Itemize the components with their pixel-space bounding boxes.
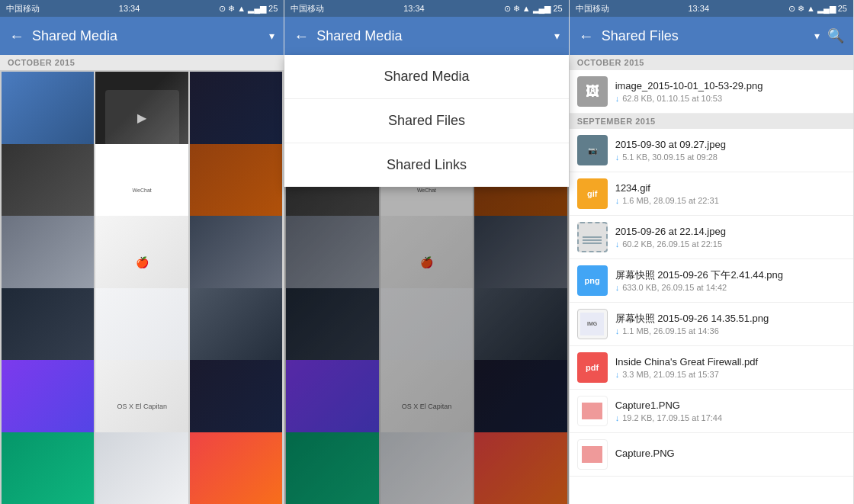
file-icon — [577, 222, 608, 252]
file-icon: 🖼 — [577, 76, 608, 107]
time-2: 13:34 — [403, 4, 425, 13]
file-icon — [577, 396, 608, 426]
file-info: Inside China's Great Firewall.pdf↓ 3.3 M… — [615, 356, 846, 380]
dropdown-item-shared-links[interactable]: Shared Links — [284, 143, 568, 187]
header-title-3: Shared Files — [602, 28, 807, 44]
header-title-1: Shared Media — [32, 28, 262, 44]
status-bar-3: 中国移动 13:34 ⊙ ❄ ▲ ▂▄▆ 25 — [570, 0, 853, 17]
file-meta: ↓ 1.6 MB, 28.09.15 at 22:31 — [615, 196, 846, 205]
status-icons-2: ⊙ ❄ ▲ ▂▄▆ 25 — [504, 4, 563, 14]
file-name: Capture1.PNG — [615, 400, 846, 413]
header-3: ← Shared Files ▾ 🔍 — [570, 17, 853, 55]
file-name: 2015-09-30 at 09.27.jpeg — [615, 139, 846, 152]
file-item[interactable]: pdfInside China's Great Firewall.pdf↓ 3.… — [570, 346, 853, 390]
header-title-2: Shared Media — [316, 28, 546, 44]
status-bar-1: 中国移动 13:34 ⊙ ❄ ▲ ▂▄▆ 25 — [0, 0, 284, 17]
dropdown-arrow-2[interactable]: ▾ — [554, 30, 560, 42]
carrier-1: 中国移动 — [6, 3, 40, 14]
dropdown-item-shared-files[interactable]: Shared Files — [284, 99, 568, 143]
file-icon: pdf — [577, 352, 608, 383]
download-arrow-icon: ↓ — [615, 196, 620, 205]
carrier-3: 中国移动 — [576, 3, 609, 14]
file-info: Capture1.PNG↓ 19.2 KB, 17.09.15 at 17:44 — [615, 400, 846, 423]
file-item[interactable]: gif1234.gif↓ 1.6 MB, 28.09.15 at 22:31 — [570, 172, 853, 216]
status-icons-1: ⊙ ❄ ▲ ▂▄▆ 25 — [219, 4, 278, 14]
header-1: ← Shared Media ▾ — [0, 17, 284, 55]
file-meta: ↓ 1.1 MB, 26.09.15 at 14:36 — [615, 326, 846, 335]
media-cell[interactable] — [2, 432, 94, 505]
file-item[interactable]: 🖼image_2015-10-01_10-53-29.png↓ 62.8 KB,… — [570, 70, 853, 114]
time-3: 13:34 — [688, 4, 709, 13]
file-info: 1234.gif↓ 1.6 MB, 28.09.15 at 22:31 — [615, 182, 846, 206]
file-name: image_2015-10-01_10-53-29.png — [615, 80, 846, 93]
dropdown-arrow-3[interactable]: ▾ — [814, 30, 820, 42]
file-info: image_2015-10-01_10-53-29.png↓ 62.8 KB, … — [615, 80, 846, 104]
file-icon: 📷 — [577, 135, 608, 165]
download-arrow-icon: ↓ — [615, 152, 620, 162]
file-item[interactable]: Capture1.PNG↓ 19.2 KB, 17.09.15 at 17:44 — [570, 390, 853, 433]
download-arrow-icon: ↓ — [615, 283, 620, 292]
file-item[interactable]: png屏幕快照 2015-09-26 下午2.41.44.png↓ 633.0 … — [570, 259, 853, 303]
search-icon-header-3[interactable]: 🔍 — [827, 27, 844, 44]
file-meta: ↓ 633.0 KB, 26.09.15 at 14:42 — [615, 283, 846, 292]
file-icon: png — [577, 265, 608, 296]
download-arrow-icon: ↓ — [615, 326, 620, 335]
section-label-oct-1: OCTOBER 2015 — [0, 55, 284, 70]
panel-shared-files: 中国移动 13:34 ⊙ ❄ ▲ ▂▄▆ 25 ← Shared Files ▾… — [570, 0, 854, 504]
section-label: SEPTEMBER 2015 — [570, 114, 853, 129]
back-button-2[interactable]: ← — [294, 27, 309, 45]
header-2: ← Shared Media ▾ — [284, 17, 568, 55]
time-1: 13:34 — [119, 4, 140, 13]
file-name: 2015-09-26 at 22.14.jpeg — [615, 226, 846, 239]
download-arrow-icon: ↓ — [615, 94, 620, 103]
media-cell[interactable] — [190, 432, 282, 505]
download-arrow-icon: ↓ — [615, 239, 620, 249]
file-meta: ↓ 62.8 KB, 01.10.15 at 10:53 — [615, 94, 846, 103]
media-cell[interactable] — [95, 432, 188, 505]
file-info: Capture.PNG — [615, 448, 846, 462]
file-item[interactable]: Capture.PNG — [570, 433, 853, 477]
panel-shared-media-dropdown: 中国移动 13:34 ⊙ ❄ ▲ ▂▄▆ 25 ← Shared Media ▾… — [284, 0, 569, 504]
file-meta: ↓ 60.2 KB, 26.09.15 at 22:15 — [615, 239, 846, 249]
file-info: 2015-09-30 at 09.27.jpeg↓ 5.1 KB, 30.09.… — [615, 139, 846, 162]
status-icons-3: ⊙ ❄ ▲ ▂▄▆ 25 — [788, 4, 847, 14]
file-name: Inside China's Great Firewall.pdf — [615, 356, 846, 369]
file-meta: ↓ 5.1 KB, 30.09.15 at 09:28 — [615, 152, 846, 162]
file-info: 屏幕快照 2015-09-26 14.35.51.png↓ 1.1 MB, 26… — [615, 313, 846, 336]
file-name: Capture.PNG — [615, 448, 846, 461]
files-list: OCTOBER 2015🖼image_2015-10-01_10-53-29.p… — [570, 55, 853, 504]
download-arrow-icon: ↓ — [615, 370, 620, 379]
file-info: 2015-09-26 at 22.14.jpeg↓ 60.2 KB, 26.09… — [615, 226, 846, 249]
file-icon — [577, 439, 608, 470]
file-item[interactable]: 📷2015-09-30 at 09.27.jpeg↓ 5.1 KB, 30.09… — [570, 129, 853, 172]
dropdown-menu: Shared Media Shared Files Shared Links — [284, 55, 568, 187]
file-name: 屏幕快照 2015-09-26 14.35.51.png — [615, 313, 846, 326]
file-info: 屏幕快照 2015-09-26 下午2.41.44.png↓ 633.0 KB,… — [615, 269, 846, 293]
file-icon: IMG — [577, 309, 608, 339]
status-bar-2: 中国移动 13:34 ⊙ ❄ ▲ ▂▄▆ 25 — [284, 0, 568, 17]
dropdown-arrow-1[interactable]: ▾ — [269, 30, 274, 42]
file-icon: gif — [577, 178, 608, 209]
file-meta: ↓ 3.3 MB, 21.09.15 at 15:37 — [615, 370, 846, 379]
back-button-1[interactable]: ← — [9, 27, 24, 45]
file-item[interactable]: 2015-09-26 at 22.14.jpeg↓ 60.2 KB, 26.09… — [570, 216, 853, 259]
dropdown-item-shared-media[interactable]: Shared Media — [284, 55, 568, 99]
file-meta: ↓ 19.2 KB, 17.09.15 at 17:44 — [615, 413, 846, 422]
file-item[interactable]: IMG屏幕快照 2015-09-26 14.35.51.png↓ 1.1 MB,… — [570, 303, 853, 346]
download-arrow-icon: ↓ — [615, 413, 620, 422]
media-grid-1: ▶WeChat🍎OS X El Capitan — [0, 70, 284, 504]
panel-shared-media: 中国移动 13:34 ⊙ ❄ ▲ ▂▄▆ 25 ← Shared Media ▾… — [0, 0, 284, 504]
file-name: 1234.gif — [615, 182, 846, 195]
file-name: 屏幕快照 2015-09-26 下午2.41.44.png — [615, 269, 846, 282]
carrier-2: 中国移动 — [291, 3, 324, 14]
section-label: OCTOBER 2015 — [570, 55, 853, 70]
back-button-3[interactable]: ← — [579, 27, 594, 45]
